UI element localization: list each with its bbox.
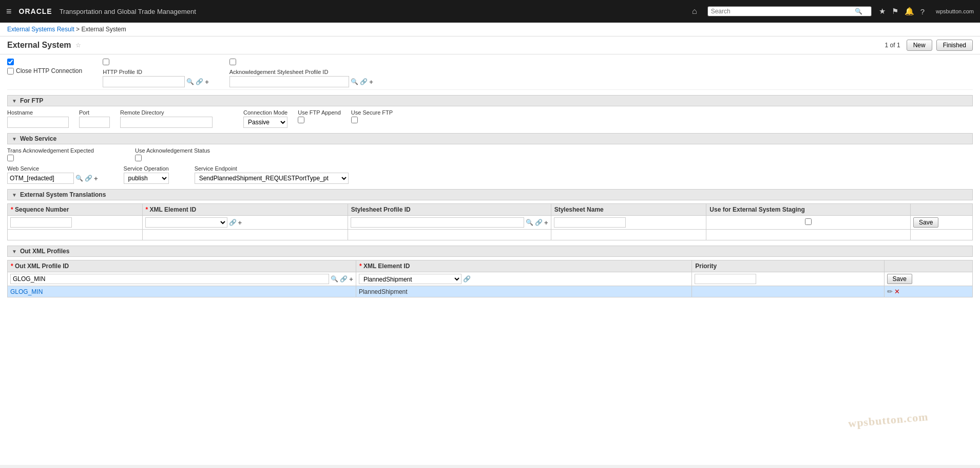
ext-trans-empty-5 <box>706 230 911 240</box>
page-header-right: 1 of 1 New Finished <box>885 40 973 51</box>
ext-trans-save-button[interactable]: Save <box>913 217 938 228</box>
out-xml-actions-col-header <box>884 260 973 272</box>
web-service-add-icon[interactable]: + <box>94 175 98 182</box>
seq-num-input[interactable] <box>10 217 72 228</box>
trans-ack-field: Trans Acknowledgement Expected <box>7 147 94 161</box>
home-icon[interactable]: ⌂ <box>692 7 697 16</box>
ftp-section-label: For FTP <box>20 97 43 104</box>
secure-ftp-checkbox[interactable] <box>351 117 358 123</box>
xml-elem-id-input-cell: 🔗 + <box>142 216 348 230</box>
xml-elem-id-add-icon[interactable]: + <box>238 219 242 227</box>
http-profile-top-checkbox[interactable] <box>103 59 109 65</box>
trans-ack-checkbox[interactable] <box>7 155 14 161</box>
service-operation-select[interactable]: publish subscribe <box>124 173 169 184</box>
hostname-input[interactable] <box>7 117 69 128</box>
favorite-star-icon[interactable]: ☆ <box>75 42 81 49</box>
out-xml-row-priority <box>692 286 884 297</box>
close-http-group: Close HTTP Connection <box>7 59 82 87</box>
http-profile-link-icon[interactable]: 🔗 <box>196 78 203 85</box>
search-icon[interactable]: 🔍 <box>855 8 862 15</box>
stylesheet-profile-link-icon[interactable]: 🔗 <box>535 219 543 226</box>
out-xml-profile-id-input[interactable] <box>10 274 329 284</box>
stylesheet-profile-add-icon[interactable]: + <box>544 219 548 227</box>
ack-stylesheet-input[interactable] <box>229 76 349 87</box>
xml-elem-id-link-icon[interactable]: 🔗 <box>229 219 237 226</box>
search-box: 🔍 <box>707 6 872 16</box>
http-profile-add-icon[interactable]: + <box>205 78 209 86</box>
out-xml-profile-id-link[interactable]: GLOG_MIN <box>10 288 43 295</box>
web-service-input-row: 🔍 🔗 + <box>7 173 98 184</box>
ext-translations-header[interactable]: ▼ External System Translations <box>7 189 973 200</box>
ext-trans-input-row: 🔗 + 🔍 🔗 + <box>8 216 973 230</box>
service-operation-field: Service Operation publish subscribe <box>124 165 169 184</box>
ftp-collapse-icon: ▼ <box>12 98 17 104</box>
out-xml-data-row[interactable]: GLOG_MIN PlannedShipment ✏ ✕ <box>8 286 973 297</box>
ftp-fields-row: Hostname Port Remote Directory Connectio… <box>7 109 973 128</box>
new-button[interactable]: New <box>907 40 932 51</box>
page-title: External System <box>7 41 71 50</box>
out-xml-priority-input[interactable] <box>695 274 756 284</box>
flag-nav-icon[interactable]: ⚑ <box>892 7 898 16</box>
out-xml-profile-link-icon[interactable]: 🔗 <box>340 275 348 283</box>
search-input[interactable] <box>711 8 855 15</box>
service-endpoint-select[interactable]: SendPlannedShipment_REQUESTPortType_pt <box>195 173 349 184</box>
web-service-link-icon[interactable]: 🔗 <box>85 175 92 182</box>
out-xml-elem-link-icon[interactable]: 🔗 <box>463 275 471 283</box>
ack-stylesheet-top-checkbox[interactable] <box>229 59 236 65</box>
out-xml-profile-add-icon[interactable]: + <box>349 275 353 283</box>
service-endpoint-label: Service Endpoint <box>195 165 349 172</box>
seq-num-input-cell <box>8 216 143 230</box>
ack-stylesheet-add-icon[interactable]: + <box>369 78 373 86</box>
close-http-top-checkbox[interactable] <box>7 59 14 65</box>
out-xml-edit-icon[interactable]: ✏ <box>887 288 893 295</box>
ext-trans-empty-1 <box>8 230 143 240</box>
star-nav-icon[interactable]: ★ <box>879 7 886 16</box>
breadcrumb-link[interactable]: External Systems Result <box>7 26 74 33</box>
web-service-input[interactable] <box>7 173 74 184</box>
app-title: Transportation and Global Trade Manageme… <box>60 8 685 15</box>
close-http-label: Close HTTP Connection <box>16 67 82 74</box>
stylesheet-profile-search-icon[interactable]: 🔍 <box>526 219 533 226</box>
out-xml-save-button[interactable]: Save <box>887 274 912 284</box>
use-ext-staging-col-header: Use for External System Staging <box>706 204 911 216</box>
ws-collapse-icon: ▼ <box>12 136 17 142</box>
remote-dir-input[interactable] <box>120 117 213 128</box>
stylesheet-profile-input-cell: 🔍 🔗 + <box>348 216 551 230</box>
user-area: wpsbutton.com <box>936 8 974 14</box>
ack-stylesheet-search-icon[interactable]: 🔍 <box>351 78 358 85</box>
web-service-section-header[interactable]: ▼ Web Service <box>7 133 973 144</box>
bell-nav-icon[interactable]: 🔔 <box>905 7 914 16</box>
help-nav-icon[interactable]: ? <box>920 7 925 16</box>
ext-trans-section-label: External System Translations <box>20 191 106 198</box>
out-xml-profile-search-icon[interactable]: 🔍 <box>331 275 338 283</box>
out-xml-priority-input-cell <box>692 272 884 286</box>
out-xml-delete-icon[interactable]: ✕ <box>894 288 900 295</box>
ext-trans-collapse-icon: ▼ <box>12 192 17 198</box>
finished-button[interactable]: Finished <box>936 40 973 51</box>
out-xml-section-header[interactable]: ▼ Out XML Profiles <box>7 246 973 257</box>
web-service-label: Web Service <box>7 165 98 172</box>
xml-elem-id-col-header: XML Element ID <box>142 204 348 216</box>
out-xml-elem-id-select[interactable]: PlannedShipment <box>359 274 462 284</box>
port-input[interactable] <box>79 117 110 128</box>
port-field: Port <box>79 109 110 128</box>
ftp-append-checkbox[interactable] <box>298 117 304 123</box>
close-http-checkbox[interactable] <box>7 68 14 74</box>
stylesheet-profile-input[interactable] <box>351 217 524 228</box>
hamburger-menu[interactable]: ≡ <box>6 6 12 17</box>
ftp-section-header[interactable]: ▼ For FTP <box>7 95 973 106</box>
ack-stylesheet-link-icon[interactable]: 🔗 <box>360 78 368 85</box>
use-ext-staging-checkbox[interactable] <box>805 218 812 225</box>
connection-mode-select[interactable]: Passive Active <box>243 117 287 128</box>
http-profile-id-input[interactable] <box>103 76 185 87</box>
out-xml-section-label: Out XML Profiles <box>20 248 69 255</box>
web-service-search-icon[interactable]: 🔍 <box>75 175 83 182</box>
ws-row2: Web Service 🔍 🔗 + Service Operation publ… <box>7 165 973 184</box>
remote-dir-field: Remote Directory <box>120 109 213 128</box>
http-profile-search-icon[interactable]: 🔍 <box>186 78 194 85</box>
xml-elem-id-select[interactable] <box>145 217 227 228</box>
remote-dir-label: Remote Directory <box>120 109 213 116</box>
use-ack-status-checkbox[interactable] <box>135 155 142 161</box>
ext-trans-empty-row <box>8 230 973 240</box>
stylesheet-name-input[interactable] <box>554 217 626 228</box>
